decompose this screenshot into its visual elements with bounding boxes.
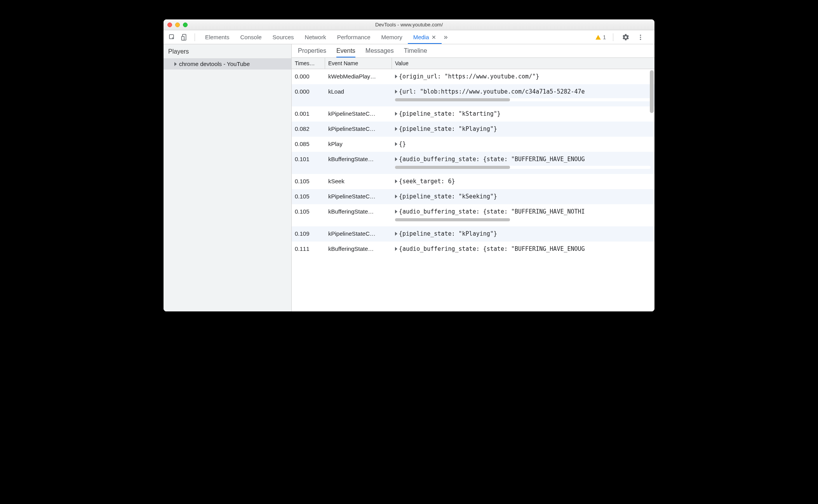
horizontal-scrollbar[interactable] [395, 98, 651, 101]
tab-memory[interactable]: Memory [376, 30, 408, 44]
toolbar-right: 1 [595, 32, 651, 43]
expand-icon[interactable] [395, 210, 397, 214]
tab-performance[interactable]: Performance [332, 30, 376, 44]
cell-event-name: kPipelineStateC… [325, 122, 392, 136]
player-item-label: chrome devtools - YouTube [179, 61, 250, 67]
value-text: {url: "blob:https://www.youtube.com/c34a… [399, 88, 585, 95]
devtools-window: DevTools - www.youtube.com/ Elements Con… [164, 19, 654, 311]
window-title: DevTools - www.youtube.com/ [164, 22, 654, 28]
svg-point-4 [640, 36, 641, 38]
kebab-menu-icon[interactable] [635, 32, 646, 43]
cell-timestamp: 0.105 [292, 189, 325, 203]
player-item[interactable]: chrome devtools - YouTube [164, 58, 291, 70]
events-table: Times… Event Name Value 0.000kWebMediaPl… [292, 58, 654, 311]
expand-icon[interactable] [395, 157, 397, 161]
value-text: {seek_target: 6} [399, 178, 455, 185]
device-toolbar-icon[interactable] [179, 32, 190, 43]
cell-value: {origin_url: "https://www.youtube.com/"} [392, 69, 654, 84]
cell-timestamp: 0.082 [292, 122, 325, 136]
window-close-button[interactable] [167, 23, 172, 27]
main-panel: Properties Events Messages Timeline Time… [292, 44, 654, 311]
close-icon[interactable]: ✕ [432, 34, 436, 40]
table-row[interactable]: 0.085kPlay{} [292, 137, 654, 152]
table-row[interactable]: 0.105kBufferingState…{audio_buffering_st… [292, 204, 654, 226]
value-text: {} [399, 141, 406, 148]
expand-icon[interactable] [395, 127, 397, 131]
tab-media[interactable]: Media ✕ [408, 30, 442, 44]
table-row[interactable]: 0.082kPipelineStateC…{pipeline_state: "k… [292, 122, 654, 137]
table-row[interactable]: 0.000kLoad{url: "blob:https://www.youtub… [292, 84, 654, 106]
tab-elements[interactable]: Elements [200, 30, 235, 44]
warning-count: 1 [603, 34, 606, 40]
cell-value: {pipeline_state: "kPlaying"} [392, 226, 654, 241]
cell-timestamp: 0.001 [292, 106, 325, 121]
table-row[interactable]: 0.000kWebMediaPlay…{origin_url: "https:/… [292, 69, 654, 84]
table-row[interactable]: 0.111kBufferingState…{audio_buffering_st… [292, 242, 654, 257]
expand-icon[interactable] [395, 75, 397, 78]
warnings-indicator[interactable]: 1 [595, 34, 606, 40]
tab-sources[interactable]: Sources [267, 30, 299, 44]
cell-event-name: kPipelineStateC… [325, 189, 392, 203]
tab-network[interactable]: Network [299, 30, 332, 44]
cell-timestamp: 0.000 [292, 69, 325, 83]
window-zoom-button[interactable] [183, 23, 188, 27]
cell-value: {seek_target: 6} [392, 174, 654, 189]
cell-event-name: kBufferingState… [325, 152, 392, 166]
horizontal-scrollbar[interactable] [395, 166, 651, 169]
table-row[interactable]: 0.105kPipelineStateC…{pipeline_state: "k… [292, 189, 654, 204]
svg-point-5 [640, 38, 641, 40]
table-row[interactable]: 0.105kSeek{seek_target: 6} [292, 174, 654, 189]
subtab-timeline[interactable]: Timeline [404, 47, 427, 57]
th-timestamp[interactable]: Times… [292, 58, 325, 69]
titlebar: DevTools - www.youtube.com/ [164, 19, 654, 30]
subtab-properties[interactable]: Properties [298, 47, 326, 57]
cell-timestamp: 0.105 [292, 174, 325, 188]
settings-icon[interactable] [620, 32, 631, 43]
expand-icon[interactable] [395, 179, 397, 183]
tab-console[interactable]: Console [235, 30, 267, 44]
subtab-messages[interactable]: Messages [365, 47, 394, 57]
svg-point-3 [640, 35, 641, 36]
expand-icon[interactable] [395, 247, 397, 251]
value-text: {audio_buffering_state: {state: "BUFFERI… [399, 156, 585, 163]
cell-timestamp: 0.101 [292, 152, 325, 166]
expand-icon[interactable] [395, 112, 397, 116]
cell-timestamp: 0.085 [292, 137, 325, 151]
table-row[interactable]: 0.101kBufferingState…{audio_buffering_st… [292, 152, 654, 174]
cell-timestamp: 0.105 [292, 204, 325, 219]
vertical-scrollbar[interactable] [650, 70, 654, 113]
cell-value: {audio_buffering_state: {state: "BUFFERI… [392, 204, 654, 226]
cell-value: {audio_buffering_state: {state: "BUFFERI… [392, 152, 654, 174]
table-row[interactable]: 0.109kPipelineStateC…{pipeline_state: "k… [292, 226, 654, 242]
expand-icon[interactable] [395, 142, 397, 146]
cell-timestamp: 0.109 [292, 226, 325, 241]
content-area: Players chrome devtools - YouTube Proper… [164, 44, 654, 311]
value-text: {pipeline_state: "kStarting"} [399, 110, 501, 117]
warning-icon [595, 34, 601, 40]
cell-value: {audio_buffering_state: {state: "BUFFERI… [392, 242, 654, 256]
cell-value: {pipeline_state: "kStarting"} [392, 106, 654, 121]
expand-icon[interactable] [395, 195, 397, 198]
subtab-events[interactable]: Events [336, 47, 355, 57]
cell-value: {} [392, 137, 654, 151]
expand-icon[interactable] [395, 90, 397, 94]
players-sidebar: Players chrome devtools - YouTube [164, 44, 292, 311]
panel-tabs: Elements Console Sources Network Perform… [200, 30, 450, 44]
cell-value: {pipeline_state: "kPlaying"} [392, 122, 654, 136]
table-body[interactable]: 0.000kWebMediaPlay…{origin_url: "https:/… [292, 69, 654, 311]
cell-value: {url: "blob:https://www.youtube.com/c34a… [392, 84, 654, 106]
cell-value: {pipeline_state: "kSeeking"} [392, 189, 654, 204]
value-text: {pipeline_state: "kPlaying"} [399, 230, 497, 237]
th-event-name[interactable]: Event Name [325, 58, 392, 69]
value-text: {audio_buffering_state: {state: "BUFFERI… [399, 245, 585, 252]
cell-event-name: kPipelineStateC… [325, 106, 392, 121]
expand-icon[interactable] [395, 232, 397, 236]
horizontal-scrollbar[interactable] [395, 218, 651, 221]
more-tabs-icon[interactable]: » [442, 32, 450, 43]
media-subtabs: Properties Events Messages Timeline [292, 44, 654, 58]
th-value[interactable]: Value [392, 58, 654, 69]
window-minimize-button[interactable] [175, 23, 180, 27]
main-toolbar: Elements Console Sources Network Perform… [164, 30, 654, 44]
inspect-element-icon[interactable] [167, 32, 178, 43]
table-row[interactable]: 0.001kPipelineStateC…{pipeline_state: "k… [292, 106, 654, 122]
